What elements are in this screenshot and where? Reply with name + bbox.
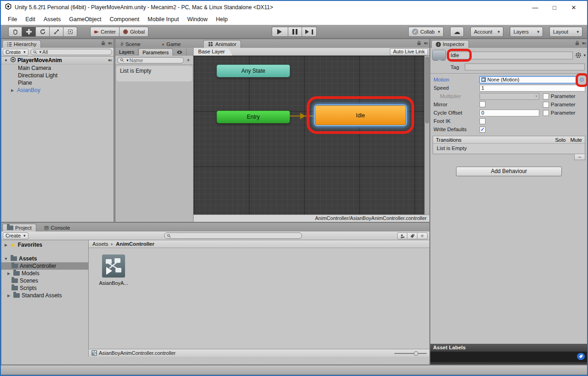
assets-grid[interactable]: AsianBoyA...: [89, 248, 429, 357]
breadcrumb-current[interactable]: AnimController: [116, 241, 154, 247]
tree-scripts[interactable]: Scripts: [1, 284, 88, 292]
foot-ik-checkbox[interactable]: [480, 118, 485, 124]
cycle-offset-input[interactable]: 0: [480, 110, 539, 116]
panel-menu-icon[interactable]: ▾≡: [424, 41, 428, 46]
state-machine-graph[interactable]: Any State Entry Idle: [194, 56, 424, 214]
info-icon: i: [436, 42, 441, 47]
state-name-field[interactable]: Idle: [448, 52, 573, 59]
node-idle[interactable]: Idle: [315, 105, 406, 125]
hierarchy-item-asianboy[interactable]: ▶ AsianBoy: [1, 87, 114, 94]
scene-header-row[interactable]: ▼ PlayerMoveAnim ▾≡: [1, 57, 114, 64]
motion-object-field[interactable]: ▶ None (Motion): [480, 76, 577, 83]
eye-icon[interactable]: [173, 48, 187, 56]
write-defaults-checkbox[interactable]: ✓: [480, 127, 485, 133]
project-create-dropdown[interactable]: Create ▾: [3, 232, 29, 239]
tree-standard-assets[interactable]: ▶ Standard Assets: [1, 292, 88, 299]
rotate-tool-icon[interactable]: [36, 27, 50, 37]
breadcrumb-assets[interactable]: Assets: [92, 241, 108, 247]
cloud-button[interactable]: ☁: [450, 27, 464, 37]
tab-console[interactable]: ▤ Console: [40, 224, 74, 231]
tab-project[interactable]: Project: [2, 224, 36, 231]
hierarchy-create-dropdown[interactable]: Create ▾: [3, 49, 29, 56]
mirror-parameter-checkbox[interactable]: [543, 102, 549, 108]
lock-icon[interactable]: [101, 40, 105, 46]
scale-tool-icon[interactable]: [50, 27, 63, 37]
node-any-state[interactable]: Any State: [217, 64, 290, 77]
tab-hierarchy[interactable]: Hierarchy: [2, 40, 41, 48]
parameters-search-input[interactable]: ▾ Name: [117, 57, 184, 64]
slider-thumb[interactable]: [414, 351, 418, 356]
menu-file[interactable]: File: [4, 14, 21, 25]
tree-assets-root[interactable]: ▼ Assets: [1, 255, 88, 262]
favorites-star-button[interactable]: ★: [417, 232, 428, 239]
maximize-button[interactable]: □: [545, 4, 564, 11]
remove-transition-button[interactable]: –: [574, 154, 585, 160]
subtab-layers[interactable]: Layers: [115, 48, 138, 56]
step-button[interactable]: [302, 27, 317, 37]
asianboy-foldout-icon[interactable]: ▶: [10, 88, 15, 93]
mirror-checkbox[interactable]: [480, 101, 485, 107]
speed-input[interactable]: 1: [480, 85, 585, 92]
menu-help[interactable]: Help: [212, 14, 232, 25]
collab-button[interactable]: ✓ Collab ▾: [408, 27, 444, 37]
thumbnail-size-slider[interactable]: [394, 350, 427, 356]
hierarchy-item-main-camera[interactable]: Main Camera: [1, 64, 114, 72]
account-dropdown[interactable]: Account ▾: [470, 27, 503, 37]
panel-menu-icon[interactable]: ▾≡: [108, 41, 112, 46]
asset-label-tag-button[interactable]: [577, 353, 585, 360]
play-button[interactable]: [272, 27, 288, 37]
auto-live-link-button[interactable]: Auto Live Link: [390, 48, 428, 55]
panel-menu-icon[interactable]: ▾≡: [582, 41, 586, 46]
minimize-button[interactable]: —: [525, 4, 545, 11]
hand-tool-icon[interactable]: [8, 27, 22, 37]
hierarchy-search-input[interactable]: ▾ All: [30, 49, 112, 55]
add-parameter-button[interactable]: +: [185, 57, 191, 64]
state-fields: Motion ▶ None (Motion) ⊙ Speed 1 Multipl…: [430, 74, 588, 133]
pause-button[interactable]: [288, 27, 302, 37]
rect-tool-icon[interactable]: [63, 27, 77, 37]
asset-animcontroller[interactable]: AsianBoyA...: [99, 255, 128, 286]
menu-window[interactable]: Window: [183, 14, 211, 25]
scene-foldout-icon[interactable]: ▼: [3, 58, 9, 63]
add-behaviour-button[interactable]: Add Behaviour: [456, 167, 562, 176]
close-button[interactable]: ✕: [564, 4, 583, 11]
window-title: Unity 5.6.2f1 Personal (64bit) - PlayerM…: [15, 4, 273, 11]
lock-icon[interactable]: [575, 40, 579, 46]
tag-field[interactable]: [465, 64, 585, 70]
menu-gameobject[interactable]: GameObject: [65, 14, 105, 25]
menu-mobile-input[interactable]: Mobile Input: [143, 14, 183, 25]
menu-component[interactable]: Component: [105, 14, 143, 25]
tab-game[interactable]: ◖ Game: [157, 40, 185, 48]
object-picker-button[interactable]: ⊙: [578, 76, 585, 83]
multiplier-parameter-checkbox[interactable]: [543, 93, 549, 99]
search-by-label-button[interactable]: [407, 232, 417, 239]
search-by-type-button[interactable]: [397, 232, 407, 239]
layout-dropdown[interactable]: Layout ▾: [549, 27, 582, 37]
hierarchy-item-directional-light[interactable]: Directional Light: [1, 72, 114, 79]
layers-dropdown[interactable]: Layers ▾: [510, 27, 543, 37]
cycle-offset-parameter-checkbox[interactable]: [543, 110, 549, 116]
node-entry[interactable]: Entry: [217, 110, 290, 123]
move-tool-icon[interactable]: [22, 27, 36, 37]
project-search-input[interactable]: [164, 232, 302, 239]
scene-menu-icon[interactable]: ▾≡: [108, 58, 112, 63]
gear-button[interactable]: ▾: [575, 52, 586, 58]
pivot-center-button[interactable]: Center: [90, 27, 120, 37]
tree-scenes[interactable]: Scenes: [1, 277, 88, 284]
tab-scene[interactable]: # Scene: [116, 40, 144, 48]
graph-scrollbar-thumb[interactable]: [425, 57, 429, 123]
tree-animcontroller[interactable]: AnimController: [1, 262, 88, 270]
subtab-parameters[interactable]: Parameters: [138, 48, 173, 56]
tab-animator[interactable]: Animator: [203, 40, 241, 48]
space-global-button[interactable]: Global: [120, 27, 148, 37]
tree-favorites[interactable]: ▶ ★ Favorites: [1, 241, 88, 249]
tab-inspector[interactable]: i Inspector: [431, 40, 469, 48]
menu-assets[interactable]: Assets: [40, 14, 65, 25]
parameters-empty-list: List is Empty: [116, 66, 192, 81]
breadcrumb-base-layer[interactable]: Base Layer: [194, 48, 232, 56]
hierarchy-item-plane[interactable]: Plane: [1, 79, 114, 87]
tree-models[interactable]: ▶ Models: [1, 270, 88, 277]
menu-edit[interactable]: Edit: [21, 14, 40, 25]
lock-icon[interactable]: [417, 40, 421, 46]
graph-scrollbar[interactable]: [424, 56, 429, 214]
